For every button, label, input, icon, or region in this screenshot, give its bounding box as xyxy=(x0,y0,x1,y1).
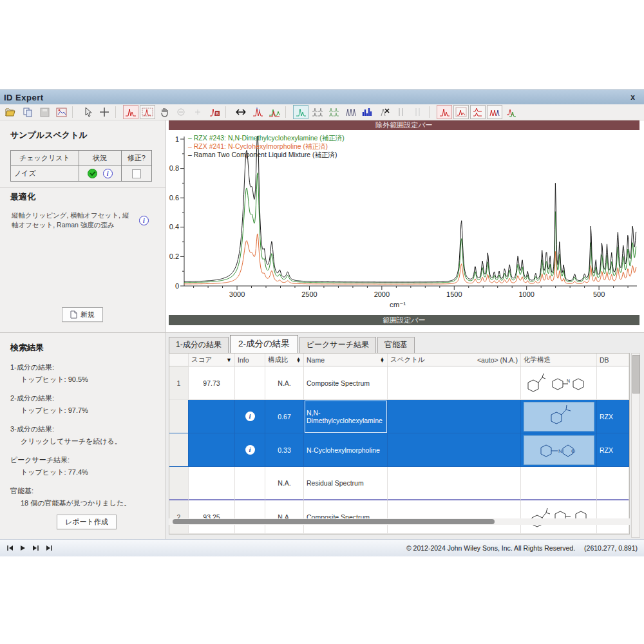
table-row[interactable]: N.A. Residual Spectrum xyxy=(169,467,629,500)
toolbar-separator xyxy=(115,106,120,118)
svg-text:500: 500 xyxy=(593,290,605,298)
toolbar-separator xyxy=(72,106,77,118)
ratio-cell: N.A. xyxy=(265,366,304,400)
status-ok-icon xyxy=(88,169,97,178)
view-single-icon[interactable] xyxy=(293,105,308,119)
row-number-header xyxy=(169,354,189,366)
results-table-panel: 1-成分の結果 2-成分の結果 ピークサーチ結果 官能基 スコア▼ Info 構… xyxy=(166,332,644,540)
close-icon[interactable]: x xyxy=(630,93,635,102)
vertical-scrollbar[interactable] xyxy=(631,353,640,538)
table-row-selected[interactable]: i 0.33 N-Cyclohexylmorpholine N O RZX xyxy=(169,433,629,467)
sort-icon[interactable]: ▲▼ xyxy=(296,357,301,363)
info-icon[interactable]: i xyxy=(139,216,149,225)
chemical-structure-cyclohexylmorpholine: N O xyxy=(524,435,594,465)
svg-text:1: 1 xyxy=(175,135,179,143)
na-left-icon xyxy=(393,105,409,119)
crosshair-icon[interactable] xyxy=(97,105,112,119)
export-image-icon[interactable] xyxy=(53,105,69,119)
zoom-region-icon[interactable] xyxy=(140,105,155,119)
report-button-label: レポート作成 xyxy=(65,517,108,527)
result-value: トップヒット: 90.5% xyxy=(10,375,166,384)
spectrum-cell xyxy=(388,433,521,467)
result-entry: 3-成分の結果: クリックしてサーチを続ける。 xyxy=(10,424,166,446)
id-expert-window: ID Expert x B xyxy=(0,90,644,556)
result-label: 1-成分の結果: xyxy=(10,363,166,372)
new-button[interactable]: 新規 xyxy=(62,307,103,322)
pan-hand-icon[interactable] xyxy=(156,105,172,119)
tab-peak-search[interactable]: ピークサーチ結果 xyxy=(299,337,376,353)
first-record-icon[interactable] xyxy=(6,545,14,551)
horizontal-scrollbar[interactable] xyxy=(169,518,630,525)
annotate-ab-icon[interactable]: B xyxy=(207,105,222,119)
zoom-in-icon[interactable] xyxy=(190,105,205,119)
chemical-structure-composite xyxy=(524,503,594,531)
spectrum-cell xyxy=(388,500,521,534)
score-header[interactable]: スコア▼ xyxy=(189,354,235,366)
tab-1-component[interactable]: 1-成分の結果 xyxy=(169,337,229,353)
zoom-spectrum-icon[interactable] xyxy=(123,105,138,119)
structure-cell xyxy=(521,467,597,500)
tab-functional-groups[interactable]: 官能基 xyxy=(377,337,415,353)
fix-checkbox[interactable] xyxy=(132,169,141,178)
next-record-icon[interactable] xyxy=(32,545,39,551)
sample-spectrum-panel: サンプルスペクトル チェックリスト 状況 修正? ノイズ i 最適化 縦軸クリッ… xyxy=(0,120,166,332)
copy-icon[interactable] xyxy=(20,105,35,119)
peak-marker-icon[interactable] xyxy=(250,105,265,119)
view-red-boxed-icon[interactable] xyxy=(453,105,469,119)
sort-icon[interactable]: ▲▼ xyxy=(380,357,384,363)
scrollbar-thumb[interactable] xyxy=(173,519,495,524)
info-icon[interactable]: i xyxy=(245,445,255,455)
row-number xyxy=(169,433,189,467)
result-value: 18 個の官能基が見つかりました。 xyxy=(10,498,166,508)
spectrum-cell xyxy=(388,400,521,433)
spectrum-header[interactable]: スペクトル<auto> (N.A.) xyxy=(388,354,521,366)
toolbar-separator xyxy=(285,106,290,118)
tab-2-component[interactable]: 2-成分の結果 xyxy=(230,335,298,353)
save-icon[interactable] xyxy=(37,105,52,119)
create-report-button[interactable]: レポート作成 xyxy=(57,515,117,529)
svg-text:N: N xyxy=(558,448,562,454)
view-red-multi-icon[interactable] xyxy=(487,105,502,119)
filter-icon[interactable]: ▼ xyxy=(226,357,232,363)
info-icon[interactable]: i xyxy=(103,169,113,178)
table-row-selected[interactable]: i 0.67 N,N-Dimethylcyclohexylamine RZX xyxy=(169,400,629,433)
last-record-icon[interactable] xyxy=(46,545,53,551)
svg-text:O: O xyxy=(571,448,575,454)
result-value[interactable]: クリックしてサーチを続ける。 xyxy=(10,437,166,446)
table-row[interactable]: 2 93.25 N.A. Composite Spectrum xyxy=(169,500,629,534)
view-bars-icon[interactable] xyxy=(360,105,375,119)
view-red-single-icon[interactable] xyxy=(437,105,452,119)
play-record-icon[interactable] xyxy=(20,545,26,551)
name-cell: Residual Spectrum xyxy=(304,467,388,500)
scrollbar-thumb[interactable] xyxy=(632,355,640,393)
result-label: 3-成分の結果: xyxy=(10,424,166,434)
expand-horizontal-icon[interactable] xyxy=(233,105,249,119)
db-header[interactable]: DB xyxy=(597,354,629,366)
clear-peaks-icon[interactable] xyxy=(377,105,392,119)
info-header[interactable]: Info xyxy=(235,354,265,366)
structure-header[interactable]: 化学構造 xyxy=(521,354,597,366)
view-compare-icon[interactable] xyxy=(504,105,519,119)
range-setting-bar[interactable]: 範囲設定バー xyxy=(169,315,639,325)
view-multitrace-icon[interactable] xyxy=(343,105,359,119)
score-cell xyxy=(189,467,235,500)
spectrum-cell xyxy=(388,366,521,400)
ratio-header[interactable]: 構成比▲▼ xyxy=(265,354,304,366)
info-icon[interactable]: i xyxy=(245,412,255,421)
view-stacked-icon[interactable] xyxy=(310,105,325,119)
exclusion-range-bar[interactable]: 除外範囲設定バー xyxy=(169,120,639,130)
select-cursor-icon[interactable] xyxy=(80,105,95,119)
table-header-row: スコア▼ Info 構成比▲▼ Name▲▼ スペクトル<auto> (N.A.… xyxy=(169,354,629,366)
table-row[interactable]: 1 97.73 N.A. Composite Spectrum N xyxy=(169,366,629,400)
title-bar: ID Expert x xyxy=(0,90,644,104)
name-cell: Composite Spectrum xyxy=(304,500,388,534)
view-red-stack-icon[interactable] xyxy=(470,105,486,119)
view-tiled-icon[interactable] xyxy=(327,105,342,119)
score-cell xyxy=(189,400,235,433)
name-header[interactable]: Name▲▼ xyxy=(304,354,388,366)
open-file-icon[interactable] xyxy=(3,105,19,119)
peak-overlay-icon[interactable] xyxy=(267,105,282,119)
cursor-coordinates: (2610.277, 0.891) xyxy=(584,544,644,552)
zoom-out-icon[interactable] xyxy=(173,105,189,119)
db-cell xyxy=(597,366,629,400)
